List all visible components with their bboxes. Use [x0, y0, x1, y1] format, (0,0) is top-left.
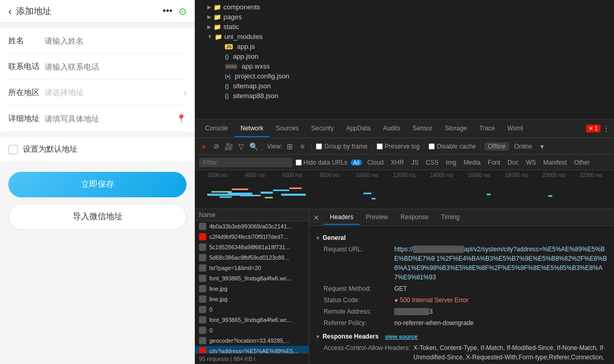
region-row[interactable]: 所在地区 请选择地址 › [8, 80, 186, 106]
devtools-panel: ▶ 📁 components ▶ 📁 pages ▶ 📁 static ▼ 📁 … [195, 0, 614, 364]
request-name: lst?page=1&limit=20 [209, 265, 304, 271]
tab-network[interactable]: Network [234, 120, 270, 137]
filter-img[interactable]: Img [444, 158, 458, 167]
preserve-log-checkbox[interactable]: Preserve log [377, 143, 420, 150]
import-wechat-button[interactable]: 导入微信地址 [8, 204, 186, 230]
tab-wxml[interactable]: Wxml [501, 120, 529, 137]
tab-security[interactable]: Security [305, 120, 340, 137]
location-icon[interactable]: 📍 [176, 114, 186, 124]
tree-item-app-js[interactable]: JS app.js [195, 42, 614, 51]
arrow-icon: ▶ [207, 4, 211, 10]
response-headers-section-header[interactable]: ▼ Response Headers view source [315, 333, 608, 340]
filter-input[interactable] [199, 158, 292, 167]
filter-media[interactable]: Media [461, 158, 483, 167]
hide-data-urls-input[interactable] [296, 159, 302, 166]
tab-preview[interactable]: Preview [359, 210, 394, 225]
group-by-frame-checkbox[interactable]: Group by frame [316, 143, 367, 150]
group-by-frame-input[interactable] [316, 143, 322, 150]
offline-button[interactable]: Offline [485, 142, 509, 151]
tab-trace[interactable]: Trace [473, 120, 501, 137]
list-item[interactable]: 0 [195, 325, 309, 335]
tree-item-app-wxss[interactable]: wxss app.wxss [195, 61, 614, 71]
tree-item-sitemap88[interactable]: {} sitemap88.json [195, 91, 614, 101]
name-column-header: Name [199, 211, 216, 219]
filter-ws[interactable]: WS [524, 158, 538, 167]
filter-manifest[interactable]: Manifest [541, 158, 569, 167]
close-detail-button[interactable]: ✕ [313, 213, 319, 222]
phone-input[interactable] [45, 62, 186, 71]
list-item[interactable]: line.jpg [195, 284, 309, 294]
status-indicator [199, 347, 206, 353]
grid-view-button[interactable]: ⊞ [285, 142, 295, 151]
search-button[interactable]: 🔍 [249, 142, 258, 151]
tab-sensor[interactable]: Sensor [407, 120, 439, 137]
save-button[interactable]: 立即保存 [8, 172, 186, 197]
list-item[interactable]: 4b0a33b3eb993069/a03c2141... [195, 221, 309, 232]
tree-item-label: sitemap.json [233, 82, 271, 90]
list-item[interactable]: 5d68c386ac9fbf59cd0123c88... [195, 252, 309, 263]
tree-item-project-config[interactable]: (•) project.config.json [195, 71, 614, 81]
list-item[interactable]: font_993865_9ndsg8a4fw6.wc... [195, 273, 309, 284]
list-item[interactable]: lst?page=1&limit=20 [195, 263, 309, 273]
list-item[interactable]: 5c185286348a98f681a18f731... [195, 242, 309, 252]
access-control-value: X-Token, Content-Type, If-Match, If-Modi… [413, 343, 608, 364]
filter-css[interactable]: CSS [424, 158, 441, 167]
tree-item-app-json[interactable]: {} app.json [195, 51, 614, 61]
clear-button[interactable]: ⊘ [211, 142, 221, 151]
all-filter-badge[interactable]: All [351, 159, 362, 166]
name-row: 姓名 [8, 28, 186, 54]
tab-timing[interactable]: Timing [435, 210, 466, 225]
list-item[interactable]: geocoder?location=33.49285,... [195, 335, 309, 346]
filter-xhr[interactable]: XHR [389, 158, 406, 167]
tab-appdata[interactable]: AppData [340, 120, 377, 137]
timeline-label: 12000 ms [386, 172, 423, 178]
disable-cache-checkbox[interactable]: Disable cache [429, 143, 476, 150]
preserve-log-input[interactable] [377, 143, 383, 150]
list-item[interactable]: font_993865_9ndsg8a4fw6.wc... [195, 315, 309, 325]
camera-button[interactable]: 🎥 [224, 142, 233, 151]
tree-item-components[interactable]: ▶ 📁 components [195, 2, 614, 12]
svg-rect-1 [211, 191, 232, 193]
more-options-button[interactable]: ••• [163, 6, 172, 17]
filter-button[interactable]: ▽ [236, 142, 246, 151]
hide-data-urls-checkbox[interactable]: Hide data URLs [296, 159, 348, 166]
disable-cache-input[interactable] [429, 143, 435, 150]
list-view-button[interactable]: ≡ [298, 142, 307, 151]
address-input[interactable] [45, 114, 176, 123]
tab-response[interactable]: Response [394, 210, 435, 225]
filter-cloud[interactable]: Cloud [365, 158, 385, 167]
tree-item-sitemap[interactable]: {} sitemap.json [195, 81, 614, 91]
filter-doc[interactable]: Doc [505, 158, 520, 167]
timeline-label: 16000 ms [460, 172, 498, 178]
list-item[interactable]: c2f4d9bf924fecb70f91f7ded7... [195, 232, 309, 242]
devtools-more-icon[interactable]: ⋮ [603, 125, 610, 133]
filter-other[interactable]: Other [572, 158, 592, 167]
list-item[interactable]: city?address=%E5%AE%89%E5... [195, 346, 309, 353]
status-indicator [199, 264, 206, 272]
detail-tabs: ✕ Headers Preview Response Timing [309, 209, 614, 226]
tab-console[interactable]: Console [199, 120, 234, 137]
filter-font[interactable]: Font [486, 158, 502, 167]
list-item[interactable]: line.jpg [195, 294, 309, 304]
preserve-log-label: Preserve log [385, 143, 420, 150]
list-item[interactable]: 0 [195, 304, 309, 315]
default-address-checkbox[interactable] [8, 145, 18, 154]
tree-item-uni-modules[interactable]: ▼ 📁 uni_modules [195, 32, 614, 42]
tab-headers[interactable]: Headers [324, 210, 359, 225]
view-source-link[interactable]: view source [385, 333, 418, 340]
filter-js[interactable]: JS [409, 158, 421, 167]
tab-sources[interactable]: Sources [270, 120, 305, 137]
name-input[interactable] [45, 36, 186, 45]
request-url-row: Request URL: https://■■■■■■■■api/v2/syst… [315, 244, 608, 283]
online-button[interactable]: Online [512, 142, 535, 151]
tab-audits[interactable]: Audits [377, 120, 406, 137]
record-button[interactable]: ● [199, 142, 208, 151]
tab-storage[interactable]: Storage [439, 120, 473, 137]
tree-item-static[interactable]: ▶ 📁 static [195, 22, 614, 32]
disable-cache-label: Disable cache [437, 143, 476, 150]
throttle-dropdown-icon[interactable]: ▾ [537, 142, 546, 151]
back-button[interactable]: ‹ [8, 5, 12, 17]
target-icon[interactable]: ⊙ [179, 6, 186, 17]
general-section-header[interactable]: ▼ General [315, 234, 608, 241]
tree-item-pages[interactable]: ▶ 📁 pages [195, 12, 614, 22]
